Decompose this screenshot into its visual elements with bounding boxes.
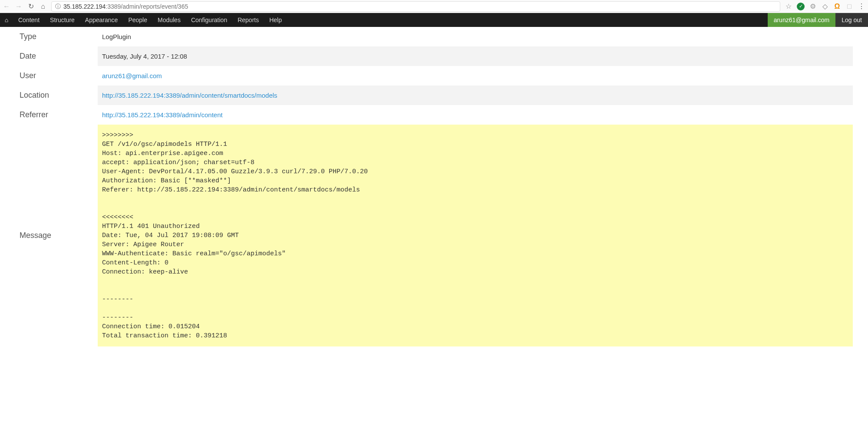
nav-modules[interactable]: Modules xyxy=(152,13,186,27)
logout-link[interactable]: Log out xyxy=(835,13,868,27)
nav-content[interactable]: Content xyxy=(13,13,45,27)
message-label: Message xyxy=(15,125,98,346)
date-value: Tuesday, July 4, 2017 - 12:08 xyxy=(98,46,853,66)
back-button[interactable]: ← xyxy=(3,3,10,10)
admin-toolbar: ⌂ Content Structure Appearance People Mo… xyxy=(0,13,868,27)
nav-people[interactable]: People xyxy=(123,13,152,27)
menu-icon[interactable]: ⋮ xyxy=(858,3,865,10)
location-label: Location xyxy=(15,86,98,105)
nav-configuration[interactable]: Configuration xyxy=(186,13,232,27)
ghost-extension-icon[interactable]: ⚙ xyxy=(809,3,817,10)
type-label: Type xyxy=(15,27,98,46)
reload-button[interactable]: ↻ xyxy=(27,3,35,10)
address-bar[interactable]: ⓘ 35.185.222.194:3389/admin/reports/even… xyxy=(51,1,780,12)
date-label: Date xyxy=(15,46,98,66)
star-icon[interactable]: ☆ xyxy=(785,3,792,10)
nav-structure[interactable]: Structure xyxy=(45,13,80,27)
log-detail-table: Type LogPlugin Date Tuesday, July 4, 201… xyxy=(15,27,853,346)
type-value: LogPlugin xyxy=(98,27,853,46)
home-button[interactable]: ⌂ xyxy=(39,3,47,10)
nav-reports[interactable]: Reports xyxy=(232,13,264,27)
log-detail-content: Type LogPlugin Date Tuesday, July 4, 201… xyxy=(0,27,868,355)
diamond-extension-icon[interactable]: ◇ xyxy=(821,3,829,10)
referrer-link[interactable]: http://35.185.222.194:3389/admin/content xyxy=(102,111,223,119)
referrer-label: Referrer xyxy=(15,105,98,125)
url-path: :3389/admin/reports/event/365 xyxy=(106,3,188,10)
orange-extension-icon[interactable]: Ω xyxy=(833,3,841,10)
info-icon: ⓘ xyxy=(55,3,61,10)
user-label: User xyxy=(15,66,98,86)
nav-help[interactable]: Help xyxy=(264,13,287,27)
grey-extension-icon[interactable]: □ xyxy=(845,3,853,10)
location-link[interactable]: http://35.185.222.194:3389/admin/content… xyxy=(102,92,277,99)
url-host: 35.185.222.194 xyxy=(63,3,106,10)
browser-toolbar: ← → ↻ ⌂ ⓘ 35.185.222.194:3389/admin/repo… xyxy=(0,0,868,13)
nav-appearance[interactable]: Appearance xyxy=(80,13,123,27)
extension-icons: ☆ ✓ ⚙ ◇ Ω □ ⋮ xyxy=(785,3,865,10)
forward-button[interactable]: → xyxy=(15,3,23,10)
admin-home-icon[interactable]: ⌂ xyxy=(0,16,13,23)
admin-user-label[interactable]: arunz61@gmail.com xyxy=(768,13,836,27)
user-link[interactable]: arunz61@gmail.com xyxy=(102,72,162,79)
check-extension-icon[interactable]: ✓ xyxy=(797,3,805,10)
message-body: >>>>>>>> GET /v1/o/gsc/apimodels HTTP/1.… xyxy=(98,125,853,346)
